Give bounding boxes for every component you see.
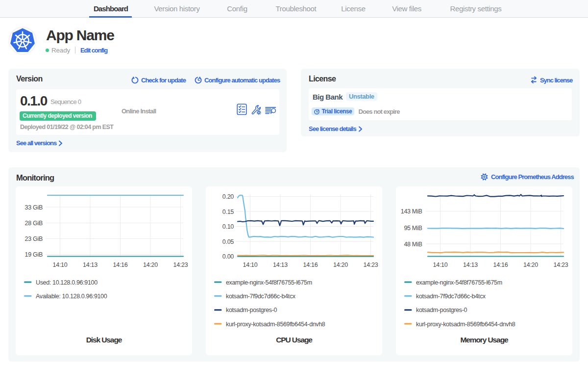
svg-text:kotsadm-postgres-0: kotsadm-postgres-0 bbox=[416, 307, 467, 314]
svg-text:14:10: 14:10 bbox=[243, 261, 258, 268]
svg-text:14:10: 14:10 bbox=[433, 261, 448, 268]
svg-text:example-nginx-54f8f76755-l675m: example-nginx-54f8f76755-l675m bbox=[416, 279, 502, 286]
svg-text:kurl-proxy-kotsadm-8569fb6454-: kurl-proxy-kotsadm-8569fb6454-dnvh8 bbox=[416, 321, 515, 328]
svg-text:kotsadm-7f9dc7d66c-b4tcx: kotsadm-7f9dc7d66c-b4tcx bbox=[416, 293, 486, 300]
svg-text:14:20: 14:20 bbox=[333, 261, 348, 268]
svg-text:14:23: 14:23 bbox=[173, 261, 188, 268]
svg-text:14:16: 14:16 bbox=[303, 261, 318, 268]
svg-text:23 GiB: 23 GiB bbox=[25, 235, 43, 242]
svg-text:kotsadm-postgres-0: kotsadm-postgres-0 bbox=[226, 307, 277, 314]
svg-text:0.10: 0.10 bbox=[222, 223, 234, 230]
svg-text:CPU Usage: CPU Usage bbox=[276, 336, 313, 344]
svg-text:kurl-proxy-kotsadm-8569fb6454-: kurl-proxy-kotsadm-8569fb6454-dnvh8 bbox=[226, 321, 325, 328]
svg-text:0.05: 0.05 bbox=[222, 238, 234, 245]
svg-text:19 GiB: 19 GiB bbox=[25, 251, 43, 258]
svg-text:14:13: 14:13 bbox=[273, 261, 288, 268]
svg-text:14:20: 14:20 bbox=[523, 261, 538, 268]
svg-text:kotsadm-7f9dc7d66c-b4tcx: kotsadm-7f9dc7d66c-b4tcx bbox=[226, 293, 296, 300]
svg-text:14:10: 14:10 bbox=[53, 261, 68, 268]
svg-text:example-nginx-54f8f76755-l675m: example-nginx-54f8f76755-l675m bbox=[226, 279, 312, 286]
svg-text:0.00: 0.00 bbox=[222, 253, 234, 260]
svg-text:143 MiB: 143 MiB bbox=[401, 208, 422, 215]
svg-text:14:23: 14:23 bbox=[364, 261, 378, 268]
svg-text:14:23: 14:23 bbox=[554, 261, 568, 268]
svg-text:0.20: 0.20 bbox=[222, 193, 234, 200]
svg-text:28 GiB: 28 GiB bbox=[25, 220, 43, 227]
svg-text:14:13: 14:13 bbox=[463, 261, 478, 268]
svg-text:48 MiB: 48 MiB bbox=[404, 241, 422, 248]
svg-text:Memory Usage: Memory Usage bbox=[460, 336, 509, 344]
svg-text:14:13: 14:13 bbox=[83, 261, 98, 268]
svg-text:0.15: 0.15 bbox=[222, 209, 234, 215]
svg-text:Disk Usage: Disk Usage bbox=[86, 336, 122, 344]
svg-text:33 GiB: 33 GiB bbox=[25, 204, 43, 211]
svg-text:14:20: 14:20 bbox=[143, 261, 158, 268]
svg-text:14:16: 14:16 bbox=[113, 261, 128, 268]
svg-text:Used: 10.128.0.96:9100: Used: 10.128.0.96:9100 bbox=[36, 279, 98, 286]
svg-text:95 MiB: 95 MiB bbox=[404, 225, 422, 232]
svg-text:14:16: 14:16 bbox=[493, 261, 508, 268]
svg-text:Available: 10.128.0.96:9100: Available: 10.128.0.96:9100 bbox=[36, 293, 107, 300]
